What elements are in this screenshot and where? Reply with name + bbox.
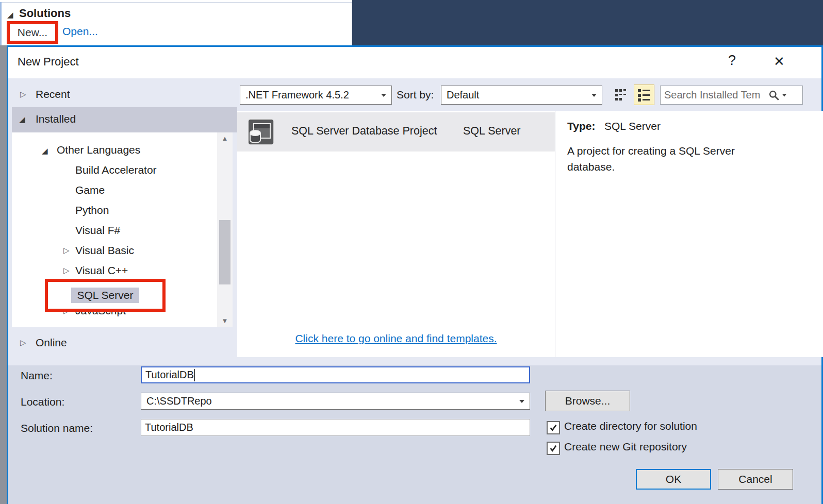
- solution-name-label: Solution name:: [21, 422, 93, 434]
- project-form-area: Name: TutorialDB Location: C:\SSDTRepo B…: [8, 365, 821, 504]
- template-description: A project for creating a SQL Server data…: [567, 143, 768, 175]
- create-directory-checkbox[interactable]: [547, 421, 560, 434]
- chevron-down-icon[interactable]: [782, 94, 786, 96]
- small-icons-view-button[interactable]: [612, 86, 630, 104]
- expander-icon-collapsed[interactable]: [63, 246, 70, 254]
- location-dropdown-value: C:\SSDTRepo: [141, 395, 519, 407]
- tree-item-build-accelerator[interactable]: Build Accelerator: [12, 164, 216, 181]
- ok-button-label: OK: [666, 473, 681, 485]
- template-info-panel: Type: SQL Server A project for creating …: [555, 111, 823, 357]
- name-input-value: TutorialDB: [142, 369, 194, 381]
- expander-icon-expanded[interactable]: [42, 147, 48, 155]
- nav-item-recent[interactable]: Recent: [12, 83, 237, 107]
- template-name: SQL Server Database Project: [291, 125, 437, 138]
- search-icon[interactable]: [768, 90, 780, 101]
- template-language: SQL Server: [463, 125, 521, 138]
- solutions-title: Solutions: [19, 7, 71, 20]
- type-label: Type:: [567, 120, 595, 132]
- dialog-title: New Project: [18, 55, 79, 69]
- tree-item-label: Game: [75, 184, 105, 196]
- template-item-sql-server-database-project[interactable]: SQL Server Database Project SQL Server: [237, 112, 555, 152]
- list-view-icon: [637, 88, 651, 102]
- new-link-annotation-box: New...: [7, 21, 58, 44]
- list-view-button[interactable]: [634, 85, 654, 105]
- tree-item-other-languages[interactable]: Other Languages: [12, 144, 216, 161]
- tree-item-sql-server[interactable]: SQL Server: [71, 288, 140, 303]
- nav-installed-label: Installed: [36, 113, 76, 125]
- nav-item-online[interactable]: Online: [12, 331, 237, 355]
- name-label: Name:: [21, 369, 53, 382]
- solutions-expander-icon[interactable]: [7, 11, 13, 19]
- database-project-icon: [248, 119, 274, 145]
- new-project-dialog: New Project ? ✕ Recent Installed Other L…: [7, 45, 823, 504]
- nav-online-label: Online: [36, 337, 67, 349]
- tree-scrollbar[interactable]: ▲ ▼: [217, 132, 233, 327]
- scrollbar-thumb[interactable]: [219, 220, 231, 284]
- expander-icon-collapsed[interactable]: [20, 339, 26, 346]
- text-cursor: [194, 369, 195, 381]
- sort-dropdown-value: Default: [441, 89, 591, 101]
- scroll-down-icon[interactable]: ▼: [217, 315, 233, 327]
- tree-item-label: Other Languages: [57, 144, 140, 156]
- open-solution-link[interactable]: Open...: [62, 25, 98, 38]
- tree-item-label: Visual F#: [75, 224, 120, 237]
- tree-item-visual-fsharp[interactable]: Visual F#: [12, 224, 216, 242]
- new-solution-link[interactable]: New...: [18, 26, 47, 39]
- create-directory-row: Create directory for solution: [547, 421, 815, 435]
- location-dropdown[interactable]: C:\SSDTRepo: [141, 393, 530, 410]
- type-value: SQL Server: [604, 120, 661, 132]
- close-icon[interactable]: ✕: [773, 54, 785, 70]
- template-list-panel: SQL Server Database Project SQL Server C…: [237, 111, 555, 357]
- framework-dropdown[interactable]: .NET Framework 4.5.2: [240, 86, 392, 105]
- dialog-titlebar[interactable]: New Project ? ✕: [8, 47, 821, 78]
- tree-item-visual-basic[interactable]: Visual Basic: [12, 244, 216, 262]
- chevron-down-icon: [519, 400, 524, 403]
- ok-button[interactable]: OK: [636, 469, 711, 490]
- solutions-panel: Solutions New... Open...: [2, 2, 352, 45]
- create-directory-label: Create directory for solution: [564, 420, 697, 432]
- create-git-label: Create new Git repository: [564, 441, 687, 453]
- help-icon[interactable]: ?: [728, 53, 736, 69]
- framework-dropdown-value: .NET Framework 4.5.2: [240, 89, 381, 101]
- vs-left-edge: [0, 45, 7, 504]
- nav-recent-label: Recent: [36, 88, 70, 100]
- expander-icon-expanded[interactable]: [19, 115, 25, 123]
- tree-item-label: Build Accelerator: [75, 164, 157, 176]
- expander-icon-collapsed[interactable]: [20, 90, 26, 98]
- sort-by-label: Sort by:: [397, 89, 434, 101]
- create-git-checkbox[interactable]: [547, 442, 560, 455]
- find-templates-link[interactable]: Click here to go online and find templat…: [237, 332, 555, 345]
- location-label: Location:: [21, 396, 64, 408]
- chevron-down-icon: [591, 94, 597, 97]
- name-input[interactable]: TutorialDB: [141, 366, 530, 383]
- chevron-down-icon: [381, 94, 386, 97]
- screen: Solutions New... Open... New Project ? ✕…: [0, 0, 823, 504]
- cancel-button-label: Cancel: [738, 473, 772, 485]
- checkmark-icon: [549, 424, 557, 432]
- browse-button-label: Browse...: [565, 395, 611, 407]
- scroll-up-icon[interactable]: ▲: [217, 132, 233, 145]
- vs-titlebar-background: [352, 0, 823, 47]
- tree-item-python[interactable]: Python: [12, 204, 216, 222]
- search-input[interactable]: Search Installed Tem: [660, 86, 803, 105]
- tree-item-label: Visual C++: [75, 264, 128, 277]
- solution-name-input[interactable]: TutorialDB: [141, 419, 530, 436]
- tree-item-label: Visual Basic: [75, 244, 134, 257]
- create-git-row: Create new Git repository: [547, 442, 815, 456]
- small-icons-grid-icon: [614, 88, 628, 102]
- tree-item-game[interactable]: Game: [12, 184, 216, 201]
- browse-button[interactable]: Browse...: [545, 391, 630, 411]
- checkmark-icon: [549, 444, 557, 452]
- expander-icon-collapsed[interactable]: [63, 266, 70, 274]
- nav-item-installed[interactable]: Installed: [12, 107, 237, 132]
- sql-server-annotation-box: SQL Server: [45, 279, 166, 312]
- cancel-button[interactable]: Cancel: [718, 469, 793, 490]
- tree-item-label: Python: [75, 204, 109, 216]
- search-placeholder: Search Installed Tem: [661, 89, 767, 101]
- sort-dropdown[interactable]: Default: [441, 86, 602, 105]
- solution-name-value: TutorialDB: [141, 422, 193, 433]
